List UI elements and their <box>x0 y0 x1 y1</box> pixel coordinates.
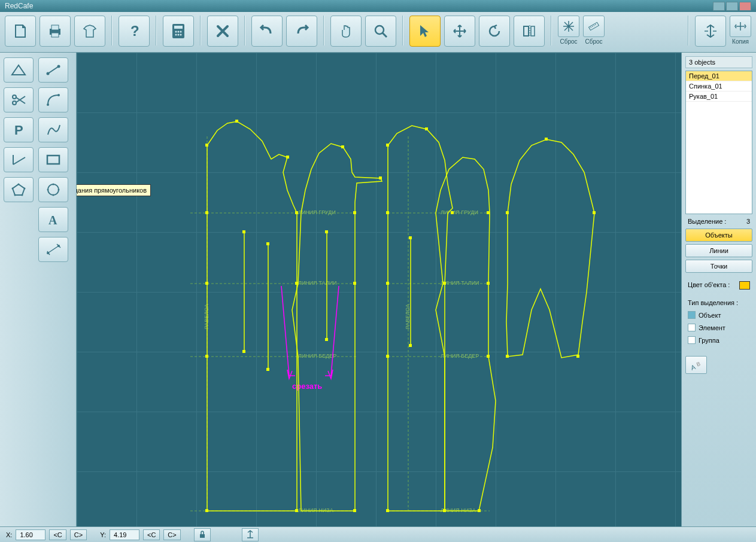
svg-rect-5 <box>174 26 183 29</box>
svg-text:A: A <box>48 214 57 227</box>
reset-ruler-button[interactable] <box>583 16 605 37</box>
split-v-button[interactable] <box>695 16 726 47</box>
maximize-button[interactable] <box>726 2 738 11</box>
angle-tool[interactable] <box>4 147 34 172</box>
zoom-button[interactable] <box>365 16 396 47</box>
label-grudi-1: ЛИНИЯ ГРУДИ <box>298 209 336 215</box>
svg-point-31 <box>53 184 54 185</box>
list-item[interactable]: Спинка_01 <box>686 81 752 92</box>
cut-annotation: срезать <box>292 382 322 391</box>
svg-point-8 <box>180 31 182 33</box>
x-value[interactable]: 1.60 <box>16 529 45 540</box>
label-ravels-1: РАВЕЛОА <box>204 304 210 329</box>
label-talii-1: ЛИНИЯ ТАЛИИ <box>298 280 337 286</box>
x-lt-button[interactable]: <C <box>49 529 66 540</box>
svg-point-6 <box>175 31 177 33</box>
lines-button[interactable]: Линии <box>685 244 752 257</box>
lock-button[interactable] <box>194 528 211 541</box>
svg-rect-14 <box>531 26 535 36</box>
svg-point-22 <box>57 94 60 96</box>
svg-text:?: ? <box>130 23 139 39</box>
svg-point-28 <box>14 194 16 196</box>
copy-split-button[interactable] <box>730 16 751 37</box>
label-beder-2: ЛИНИЯ БЕДЕР <box>441 353 479 359</box>
tooltip: Режим создания прямоугольников <box>77 184 151 196</box>
x-label: X: <box>6 531 12 538</box>
chk-element[interactable] <box>688 324 696 331</box>
app-title: RedCafe <box>5 2 33 10</box>
chk-object[interactable] <box>688 311 696 319</box>
print-button[interactable] <box>40 16 71 47</box>
svg-point-29 <box>12 188 14 190</box>
mirror-button[interactable] <box>514 16 545 47</box>
minimize-button[interactable] <box>713 2 725 11</box>
selection-label: Выделение : <box>688 218 726 225</box>
objects-button[interactable]: Объекты <box>685 229 752 242</box>
snap-button[interactable] <box>242 528 259 541</box>
svg-point-30 <box>48 184 59 195</box>
close-button[interactable] <box>739 2 751 11</box>
svg-point-10 <box>178 34 180 36</box>
svg-rect-24 <box>47 156 59 164</box>
point-tool[interactable]: P <box>4 117 34 142</box>
text-tool[interactable]: A <box>38 207 68 232</box>
triangle-tool[interactable] <box>4 57 34 83</box>
label-niza-1: ЛИНИЯ НИЗА <box>298 507 333 513</box>
y-gt-button[interactable]: C> <box>163 529 180 540</box>
reset-axes-button[interactable] <box>558 16 579 37</box>
left-toolbar: P A <box>0 53 77 526</box>
svg-point-11 <box>180 34 182 36</box>
list-item[interactable]: Рукав_01 <box>686 92 752 102</box>
select-button[interactable] <box>409 16 441 47</box>
scissors-tool[interactable] <box>4 87 34 112</box>
pan-button[interactable] <box>330 16 362 47</box>
reset1-label: Сброс <box>560 38 577 45</box>
list-item[interactable]: Перед_01 <box>686 71 752 81</box>
svg-point-27 <box>22 194 23 196</box>
svg-text:A: A <box>690 363 697 372</box>
svg-rect-2 <box>51 33 59 37</box>
svg-rect-16 <box>589 22 599 30</box>
y-lt-button[interactable]: <C <box>143 529 160 540</box>
move-button[interactable] <box>444 16 475 47</box>
svg-point-20 <box>13 101 16 105</box>
svg-rect-13 <box>524 26 529 36</box>
status-bar: X: 1.60 <C C> Y: 4.19 <C C> <box>0 526 756 542</box>
right-panel: 3 objects Перед_01 Спинка_01 Рукав_01 Вы… <box>681 53 756 526</box>
arc-tool[interactable] <box>38 87 68 112</box>
objects-list[interactable]: Перед_01 Спинка_01 Рукав_01 <box>685 71 752 214</box>
top-toolbar: ? Сброс Сброс Копия <box>0 12 756 53</box>
canvas-area[interactable]: Режим создания прямоугольников ЛИНИЯ ГРУ… <box>77 53 681 526</box>
ab-text-button[interactable]: AB <box>685 356 707 374</box>
undo-button[interactable] <box>251 16 283 47</box>
label-talii-2: ЛИНИЯ ТАЛИИ <box>441 280 479 286</box>
chk-group[interactable] <box>688 336 696 344</box>
redo-button[interactable] <box>286 16 317 47</box>
points-button[interactable]: Точки <box>685 260 752 273</box>
color-swatch[interactable] <box>739 281 750 290</box>
rectangle-tool[interactable] <box>38 147 68 172</box>
calculator-button[interactable] <box>163 16 194 47</box>
line-tool[interactable] <box>38 57 68 83</box>
measure-tool[interactable] <box>38 237 68 262</box>
svg-point-19 <box>13 95 16 99</box>
svg-point-7 <box>178 31 180 33</box>
svg-point-32 <box>58 189 60 191</box>
svg-point-15 <box>567 25 570 28</box>
svg-point-12 <box>375 26 384 34</box>
x-gt-button[interactable]: C> <box>70 529 87 540</box>
curve-tool[interactable] <box>38 117 68 142</box>
y-label: Y: <box>100 531 106 538</box>
y-value[interactable]: 4.19 <box>110 529 139 540</box>
delete-button[interactable] <box>207 16 238 47</box>
rotate-button[interactable] <box>479 16 510 47</box>
circle-tool[interactable] <box>38 177 68 202</box>
polygon-tool[interactable] <box>4 177 34 202</box>
help-button[interactable]: ? <box>119 16 150 47</box>
svg-point-21 <box>47 103 49 106</box>
new-file-button[interactable] <box>5 16 36 47</box>
svg-point-26 <box>24 188 26 190</box>
garment-button[interactable] <box>74 16 105 47</box>
svg-rect-91 <box>200 534 205 538</box>
label-niza-2: ЛИНИЯ НИЗА <box>441 507 476 513</box>
